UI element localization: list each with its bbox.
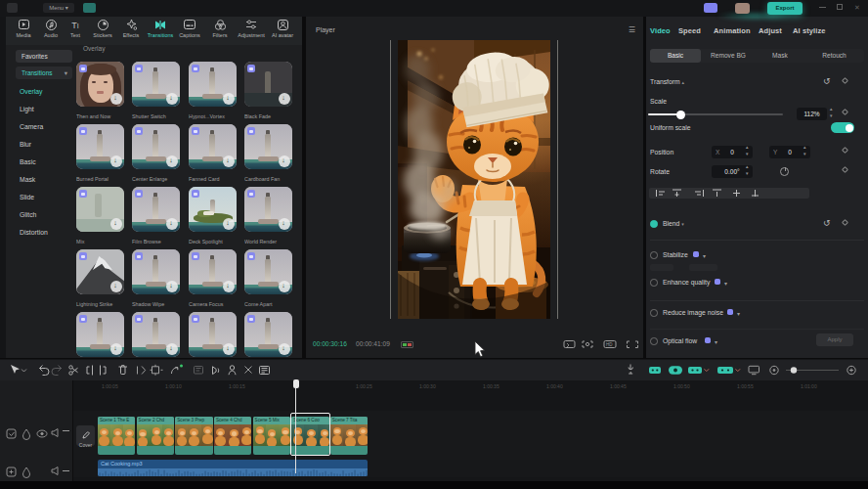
svg-text:HD: HD <box>606 342 613 347</box>
